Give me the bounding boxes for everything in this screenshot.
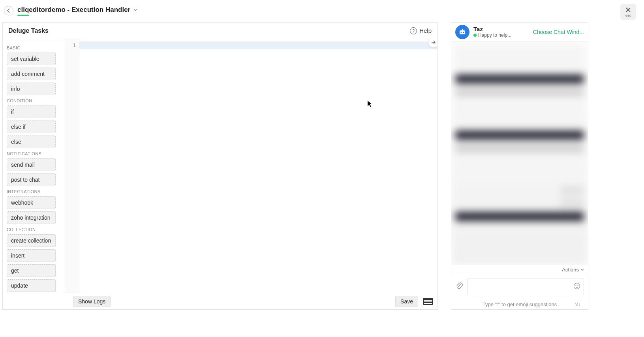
section-label: NOTIFICATIONS (7, 151, 61, 156)
text-cursor (82, 42, 82, 48)
task-item-get[interactable]: get (7, 264, 56, 277)
bot-avatar (455, 25, 469, 39)
chat-input-row (451, 274, 588, 299)
task-item-post-to-chat[interactable]: post to chat (7, 173, 56, 186)
svg-rect-3 (462, 29, 463, 30)
choose-chat-window-link[interactable]: Choose Chat Wind... (533, 29, 584, 35)
code-editor[interactable] (79, 39, 437, 293)
task-item-add-comment[interactable]: add comment (7, 68, 56, 80)
svg-point-6 (578, 285, 578, 286)
chat-input[interactable] (467, 279, 584, 295)
section-label: CONDITION (7, 98, 61, 103)
blurred-content (451, 41, 588, 265)
section-label: BASIC (7, 45, 61, 50)
task-item-zoho-integration[interactable]: zoho integration (7, 211, 56, 224)
task-item-create-collection[interactable]: create collection (7, 234, 56, 247)
section-label: INTEGRATIONS (7, 189, 61, 194)
line-gutter: 1 (65, 39, 79, 293)
close-hint: esc (625, 13, 631, 17)
line-number: 1 (65, 41, 79, 49)
help-button[interactable]: ? Help (410, 27, 432, 34)
task-item-else[interactable]: else (7, 136, 56, 148)
keyboard-icon[interactable] (423, 298, 433, 305)
chat-bot-name: Taz (473, 26, 529, 32)
section-label: COLLECTION (7, 227, 61, 232)
task-item-update[interactable]: update (7, 279, 56, 292)
task-item-set-variable[interactable]: set variable (7, 53, 56, 65)
svg-point-1 (461, 32, 462, 33)
chevron-down-icon (580, 267, 584, 273)
task-item-send-mail[interactable]: send mail (7, 158, 56, 171)
save-button[interactable]: Save (395, 296, 418, 307)
page-title[interactable]: cliqeditordemo - Execution Handler (17, 6, 137, 14)
attach-icon[interactable] (455, 282, 463, 292)
help-label: Help (419, 27, 432, 34)
topbar: cliqeditordemo - Execution Handler (0, 0, 644, 21)
emoji-icon[interactable] (573, 282, 580, 291)
code-editor-column: 1 (65, 39, 437, 293)
chat-header: Taz Happy to help... Choose Chat Wind... (451, 23, 588, 41)
task-item-insert[interactable]: insert (7, 249, 56, 262)
robot-icon (458, 28, 466, 36)
task-item-else-if[interactable]: else if (7, 120, 56, 133)
chat-actions-row[interactable]: Actions (451, 265, 588, 274)
close-button[interactable]: esc (620, 4, 636, 20)
tasks-sidebar: BASICset variableadd commentinfoCONDITIO… (3, 39, 65, 293)
chat-hint-text: Type ":" to get emoji suggestions (483, 301, 557, 307)
chat-messages[interactable] (451, 41, 588, 265)
editor-body: BASICset variableadd commentinfoCONDITIO… (3, 39, 437, 293)
status-dot-icon (473, 34, 477, 37)
svg-point-2 (463, 32, 464, 33)
editor-header: Deluge Tasks ? Help (3, 23, 437, 39)
svg-point-5 (576, 285, 576, 286)
page-title-wrap: cliqeditordemo - Execution Handler (17, 6, 137, 16)
task-item-webhook[interactable]: webhook (7, 196, 56, 209)
page-title-text: cliqeditordemo - Execution Handler (17, 6, 130, 14)
task-item-info[interactable]: info (7, 83, 56, 95)
chat-status-text: Happy to help... (478, 32, 511, 38)
svg-point-4 (574, 283, 580, 289)
markdown-icon[interactable]: M↓ (575, 302, 581, 307)
editor-panel: Deluge Tasks ? Help BASICset variableadd… (2, 22, 437, 310)
arrow-right-icon (431, 40, 436, 45)
chat-hint-row: Type ":" to get emoji suggestions M↓ (451, 299, 588, 309)
active-line-highlight (79, 41, 437, 49)
close-icon (625, 7, 631, 13)
chevron-down-icon (133, 6, 137, 14)
editor-footer: Show Logs Save (3, 293, 437, 309)
back-button[interactable] (4, 6, 13, 15)
help-icon: ? (410, 27, 417, 34)
svg-rect-0 (460, 30, 465, 34)
chat-panel: Taz Happy to help... Choose Chat Wind...… (451, 22, 588, 310)
chat-status: Happy to help... (473, 32, 529, 38)
task-item-if[interactable]: if (7, 105, 56, 118)
actions-label: Actions (562, 267, 579, 273)
panel-title: Deluge Tasks (8, 27, 49, 34)
show-logs-button[interactable]: Show Logs (73, 296, 111, 307)
title-underline (17, 15, 29, 16)
